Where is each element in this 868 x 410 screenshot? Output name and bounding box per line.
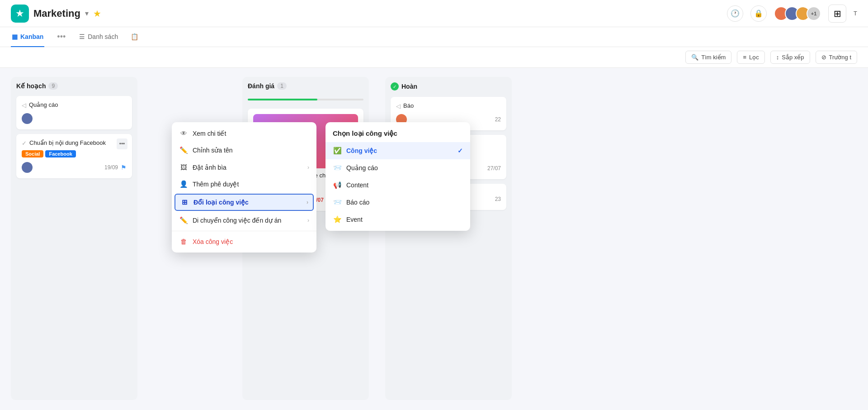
filter-button[interactable]: ≡ Lọc bbox=[737, 51, 764, 64]
menu-item-doi-loai[interactable]: ⊞ Đổi loại công việc › bbox=[175, 194, 314, 211]
tab-list[interactable]: ☰ Danh sách bbox=[78, 27, 119, 47]
menu-label-xem: Xem chi tiết bbox=[193, 130, 226, 137]
card-date: 19/09 bbox=[104, 164, 118, 171]
chevron-right-icon-2: › bbox=[307, 199, 308, 205]
column-danh-gia-title-row: Đánh giá 1 bbox=[248, 82, 287, 90]
header-left: ★ Marketing ▾ ★ bbox=[11, 5, 101, 23]
lock-button[interactable]: 🔒 bbox=[750, 5, 767, 22]
menu-label-xoa: Xóa công việc bbox=[193, 238, 233, 245]
column-ke-hoach-count: 9 bbox=[48, 82, 58, 90]
image-icon: 🖼 bbox=[179, 163, 188, 171]
sort-label: Sắp xếp bbox=[782, 54, 804, 61]
check-circle-icon: ✓ bbox=[22, 140, 27, 147]
move-icon: ✏️ bbox=[179, 216, 188, 224]
menu-item-xem-chi-tiet[interactable]: 👁 Xem chi tiết bbox=[172, 125, 316, 142]
card-quang-cao-title: ◁ Quảng cáo bbox=[22, 101, 127, 109]
check-circle-green: ✓ bbox=[391, 82, 399, 91]
menu-label-them-phe: Thêm phê duyệt bbox=[193, 181, 239, 188]
chevron-icon[interactable]: ▾ bbox=[85, 9, 89, 18]
tab-kanban[interactable]: ▦ Kanban bbox=[11, 27, 44, 47]
submenu-item-event[interactable]: ⭐ Event bbox=[326, 211, 470, 228]
tabs-bar: ▦ Kanban ••• ☰ Danh sách 📋 bbox=[0, 27, 868, 47]
column-ke-hoach: Kế hoạch 9 ◁ Quảng cáo ••• ✓ Chuẩn bị nộ… bbox=[11, 77, 137, 400]
column-danh-gia-header: Đánh giá 1 bbox=[248, 82, 363, 90]
progress-fill bbox=[248, 99, 317, 100]
edit-icon: ✏️ bbox=[179, 146, 188, 154]
search-icon: 🔍 bbox=[691, 54, 698, 61]
header-right: 🕐 🔒 +1 ⊞ T bbox=[727, 5, 857, 23]
context-menu: 👁 Xem chi tiết ✏️ Chỉnh sửa tên 🖼 Đặt ản… bbox=[172, 122, 316, 253]
card-chu-date: 27/07 bbox=[487, 165, 501, 172]
submenu-title: Chọn loại công việc bbox=[326, 128, 470, 142]
card-quang-cao: ◁ Quảng cáo bbox=[16, 96, 132, 129]
tab-extra[interactable]: 📋 bbox=[130, 27, 139, 47]
hoan-title-row: ✓ Hoàn bbox=[391, 82, 417, 91]
column-hoan-title: Hoàn bbox=[401, 83, 417, 90]
report-icon: 📨 bbox=[333, 198, 342, 206]
content-icon: 📢 bbox=[333, 181, 342, 189]
column-hoan-header: ✓ Hoàn bbox=[391, 82, 506, 91]
search-button[interactable]: 🔍 Tìm kiếm bbox=[685, 51, 731, 64]
card-tags: Social Facebook bbox=[22, 150, 127, 157]
menu-item-them-phe-duyet[interactable]: 👤 Thêm phê duyệt bbox=[172, 176, 316, 193]
search-label: Tìm kiếm bbox=[701, 54, 726, 61]
card-more-button[interactable]: ••• bbox=[117, 138, 127, 149]
card-footer bbox=[22, 113, 127, 124]
progress-bar bbox=[248, 99, 363, 100]
check-selected-icon: ✅ bbox=[333, 147, 342, 155]
fields-button[interactable]: ⊘ Trường t bbox=[816, 51, 857, 64]
chevron-right-icon: › bbox=[307, 164, 309, 171]
favorite-icon[interactable]: ★ bbox=[93, 8, 101, 19]
kanban-icon: ▦ bbox=[12, 33, 18, 40]
submenu-item-cong-viec[interactable]: ✅ Công việc ✓ bbox=[326, 142, 470, 159]
card-chuan-bi: ••• ✓ Chuẩn bị nội dung Facebook Social … bbox=[16, 134, 132, 178]
card-bao-date: 22 bbox=[495, 116, 501, 123]
menu-label-doi-loai: Đổi loại công việc bbox=[193, 199, 249, 206]
ms-label: T bbox=[854, 10, 857, 17]
history-button[interactable]: 🕐 bbox=[727, 5, 743, 22]
filter-label: Lọc bbox=[749, 54, 759, 61]
chevron-right-icon-3: › bbox=[307, 217, 309, 224]
user-icon: 👤 bbox=[179, 180, 188, 188]
avatar-more[interactable]: +1 bbox=[807, 6, 821, 21]
grid-icon: ⊞ bbox=[180, 198, 189, 206]
card-avatar bbox=[22, 113, 33, 124]
submenu-item-bao-cao[interactable]: 📨 Báo cáo bbox=[326, 194, 470, 211]
tab-more-dots[interactable]: ••• bbox=[55, 32, 67, 42]
submenu-item-quang-cao[interactable]: 📨 Quảng cáo bbox=[326, 159, 470, 176]
menu-item-xoa[interactable]: 🗑 Xóa công việc bbox=[172, 233, 316, 250]
fields-icon: ⊘ bbox=[821, 54, 826, 61]
menu-label-dat-anh: Đặt ảnh bìa bbox=[193, 164, 226, 171]
submenu-label-event: Event bbox=[346, 216, 363, 223]
menu-item-di-chuyen[interactable]: ✏️ Di chuyển công việc đến dự án › bbox=[172, 212, 316, 229]
column-ke-hoach-title: Kế hoạch bbox=[16, 82, 46, 90]
flag-icon: ⚑ bbox=[121, 164, 127, 171]
submenu-label-cong-viec: Công việc bbox=[346, 147, 377, 154]
kanban-board: Kế hoạch 9 ◁ Quảng cáo ••• ✓ Chuẩn bị nộ… bbox=[0, 68, 868, 409]
list-label: Danh sách bbox=[88, 33, 118, 40]
toolbar: 🔍 Tìm kiếm ≡ Lọc ↕ Sắp xếp ⊘ Trường t bbox=[0, 47, 868, 68]
filter-icon: ≡ bbox=[743, 54, 746, 61]
column-ke-hoach-header: Kế hoạch 9 bbox=[16, 82, 132, 90]
eye-icon: 👁 bbox=[179, 129, 188, 137]
submenu-label-quang-cao: Quảng cáo bbox=[346, 164, 378, 172]
card-chuan-bi-title: ✓ Chuẩn bị nội dung Facebook bbox=[22, 139, 127, 147]
ms-app-button[interactable]: ⊞ bbox=[828, 5, 846, 23]
column-title-row: Kế hoạch 9 bbox=[16, 82, 58, 90]
tag-facebook: Facebook bbox=[45, 150, 75, 157]
submenu-job-type: Chọn loại công việc ✅ Công việc ✓ 📨 Quản… bbox=[326, 122, 470, 231]
checkmark-icon: ✓ bbox=[458, 147, 463, 154]
submenu-item-content[interactable]: 📢 Content bbox=[326, 176, 470, 194]
send-submenu-icon: 📨 bbox=[333, 164, 342, 172]
fields-label: Trường t bbox=[829, 54, 851, 61]
delete-icon: 🗑 bbox=[179, 238, 188, 245]
submenu-label-bao-cao: Báo cáo bbox=[346, 199, 369, 206]
submenu-label-content: Content bbox=[346, 181, 368, 189]
menu-item-chinh-sua[interactable]: ✏️ Chỉnh sửa tên bbox=[172, 142, 316, 159]
menu-label-chinh-sua: Chỉnh sửa tên bbox=[193, 147, 233, 154]
sort-button[interactable]: ↕ Sắp xếp bbox=[770, 51, 810, 64]
menu-item-dat-anh-bia[interactable]: 🖼 Đặt ảnh bìa › bbox=[172, 159, 316, 176]
list-icon: ☰ bbox=[79, 33, 85, 40]
menu-label-di-chuyen: Di chuyển công việc đến dự án bbox=[193, 217, 281, 224]
tag-social: Social bbox=[22, 150, 43, 157]
